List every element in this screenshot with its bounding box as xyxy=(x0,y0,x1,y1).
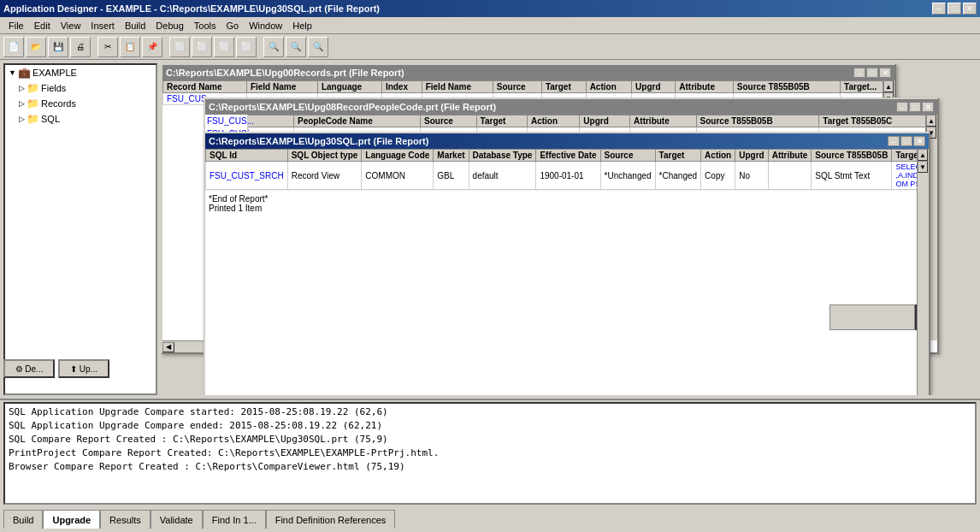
col2-action: Action xyxy=(527,115,579,127)
toolbar-search2-btn[interactable]: 🔍 xyxy=(286,37,306,57)
tree-fields[interactable]: ▷ 📁 Fields xyxy=(5,80,156,96)
report-printed: Printed 1 Item xyxy=(209,204,925,213)
report-win3-vscroll[interactable]: ▲ ▼ xyxy=(917,149,929,395)
de-button[interactable]: ⚙ De... xyxy=(3,359,55,378)
tab-find-def-refs[interactable]: Find Definition References xyxy=(266,510,396,529)
toolbar-btn-3[interactable]: ⬜ xyxy=(214,37,234,57)
tree-records[interactable]: ▷ 📁 Records xyxy=(5,96,156,111)
toolbar-save-btn[interactable]: 💾 xyxy=(48,37,68,57)
cell-dbtype: default xyxy=(469,162,536,190)
vscroll-up2[interactable]: ▲ xyxy=(926,115,936,127)
col2-upgrd: Upgrd xyxy=(580,115,630,127)
table-row: FSU_CUST_SRCH Record View COMMON GBL def… xyxy=(206,162,930,190)
report-win2-minimize[interactable]: – xyxy=(896,102,908,112)
toolbar-cut-btn[interactable]: ✂ xyxy=(97,37,118,57)
app-window-controls: – □ ✕ xyxy=(932,3,977,15)
report-win3-minimize[interactable]: – xyxy=(888,136,900,146)
report-end-marker: *End of Report* xyxy=(209,194,925,204)
app-minimize-btn[interactable]: – xyxy=(932,3,946,15)
col3-objtype: SQL Object type xyxy=(287,150,362,162)
report-win3-controls: – □ ✕ xyxy=(888,136,925,146)
up-button[interactable]: ⬆ Up... xyxy=(58,359,109,378)
report-win1-close[interactable]: ✕ xyxy=(879,68,891,78)
app-maximize-btn[interactable]: □ xyxy=(948,3,961,15)
tree-records-label: Records xyxy=(41,98,76,109)
col-upgrd: Upgrd xyxy=(632,81,676,93)
report-win3-content[interactable]: SQL Id SQL Object type Language Code Mar… xyxy=(205,149,929,395)
project-tree[interactable]: ▼ 💼 EXAMPLE ▷ 📁 Fields ▷ 📁 Records ▷ 📁 S… xyxy=(3,63,157,395)
menu-tools[interactable]: Tools xyxy=(189,19,221,33)
tree-expand-sql[interactable]: ▷ xyxy=(19,115,25,123)
main-toolbar: 📄 📂 💾 🖨 ✂ 📋 📌 ⬜ ⬜ ⬜ ⬜ 🔍 🔍 🔍 xyxy=(0,34,980,60)
menu-file[interactable]: File xyxy=(3,19,29,33)
col3-target: Target xyxy=(655,150,700,162)
report-win3-title-bar[interactable]: C:\Reports\EXAMPLE\Upg30SQL.prt (File Re… xyxy=(205,133,929,149)
report-win2-title-bar[interactable]: C:\Reports\EXAMPLE\Upg08RecordPeopleCode… xyxy=(205,99,937,115)
tab-upgrade[interactable]: Upgrade xyxy=(43,510,100,529)
toolbar-new-btn[interactable]: 📄 xyxy=(3,37,24,57)
tree-expand-root[interactable]: ▼ xyxy=(9,68,16,77)
output-line-2: SQL Application Upgrade Compare ended: 2… xyxy=(9,419,971,433)
toolbar-btn-1[interactable]: ⬜ xyxy=(169,37,190,57)
col3-market: Market xyxy=(434,150,469,162)
tab-validate[interactable]: Validate xyxy=(151,510,203,529)
menu-help[interactable]: Help xyxy=(287,19,317,33)
menu-insert[interactable]: Insert xyxy=(86,19,120,33)
report-win2-maximize[interactable]: □ xyxy=(909,102,921,112)
toolbar-btn-4[interactable]: ⬜ xyxy=(236,37,257,57)
tree-expand-fields[interactable]: ▷ xyxy=(19,84,25,92)
vscroll-up3[interactable]: ▲ xyxy=(918,149,928,161)
report-win3-maximize[interactable]: □ xyxy=(900,136,912,146)
tab-find-in[interactable]: Find In 1... xyxy=(203,510,266,529)
tree-sql[interactable]: ▷ 📁 SQL xyxy=(5,111,156,127)
menu-debug[interactable]: Debug xyxy=(151,19,188,33)
cell-action: Copy xyxy=(701,162,735,190)
menu-edit[interactable]: Edit xyxy=(29,19,56,33)
report-win1-minimize[interactable]: – xyxy=(853,68,865,78)
col3-source: Source xyxy=(600,150,655,162)
report-win1-controls: – □ ✕ xyxy=(853,68,891,78)
toolbar-search3-btn[interactable]: 🔍 xyxy=(308,37,328,57)
output-panel[interactable]: SQL Application Upgrade Compare started:… xyxy=(3,402,977,505)
tree-root[interactable]: ▼ 💼 EXAMPLE xyxy=(5,65,156,80)
toolbar-paste-btn[interactable]: 📌 xyxy=(142,37,162,57)
menu-view[interactable]: View xyxy=(56,19,86,33)
report-win3-table: SQL Id SQL Object type Language Code Mar… xyxy=(205,149,929,190)
menu-window[interactable]: Window xyxy=(244,19,287,33)
hscroll-left[interactable]: ◀ xyxy=(162,342,174,352)
report-win1-maximize[interactable]: □ xyxy=(866,68,878,78)
menu-go[interactable]: Go xyxy=(221,19,244,33)
report-win1-title-bar[interactable]: C:\Reports\EXAMPLE\Upg00Records.prt (Fil… xyxy=(162,65,894,80)
report-win2-title: C:\Reports\EXAMPLE\Upg08RecordPeopleCode… xyxy=(209,102,496,112)
vscroll-up[interactable]: ▲ xyxy=(883,80,894,92)
col2-target: Target xyxy=(476,115,527,127)
col-index: Index xyxy=(381,81,422,93)
app-title-bar: Application Designer - EXAMPLE - C:\Repo… xyxy=(0,0,980,17)
menu-build[interactable]: Build xyxy=(120,19,151,33)
tab-build[interactable]: Build xyxy=(3,510,43,529)
report-win3-title: C:\Reports\EXAMPLE\Upg30SQL.prt (File Re… xyxy=(209,136,428,146)
col2-source: Source xyxy=(421,115,477,127)
toolbar-print-btn[interactable]: 🖨 xyxy=(70,37,91,57)
col-action: Action xyxy=(586,81,631,93)
output-line-5: Browser Compare Report Created : C:\Repo… xyxy=(9,460,971,474)
toolbar-copy-btn[interactable]: 📋 xyxy=(120,37,140,57)
report-window-3[interactable]: C:\Reports\EXAMPLE\Upg30SQL.prt (File Re… xyxy=(204,132,930,395)
vscroll-down3[interactable]: ▼ xyxy=(918,161,928,173)
app-close-btn[interactable]: ✕ xyxy=(963,3,977,15)
windows-area: C:\Reports\EXAMPLE\Upg00Records.prt (Fil… xyxy=(161,63,977,395)
report-win2-close[interactable]: ✕ xyxy=(922,102,934,112)
scroll-indicator xyxy=(829,304,915,330)
col-field-name: Field Name xyxy=(246,81,317,93)
tree-root-label: EXAMPLE xyxy=(32,68,77,78)
toolbar-open-btn[interactable]: 📂 xyxy=(26,37,46,57)
col2-pcode: PeopleCode Name xyxy=(293,115,420,127)
col-language: Language xyxy=(317,81,381,93)
toolbar-search1-btn[interactable]: 🔍 xyxy=(263,37,284,57)
report-win3-close[interactable]: ✕ xyxy=(913,136,925,146)
col3-attr: Attribute xyxy=(768,150,812,162)
toolbar-btn-2[interactable]: ⬜ xyxy=(192,37,212,57)
tab-results[interactable]: Results xyxy=(100,510,151,529)
tree-expand-records[interactable]: ▷ xyxy=(19,99,25,108)
output-line-4: PrintProject Compare Report Created: C:\… xyxy=(9,446,971,460)
